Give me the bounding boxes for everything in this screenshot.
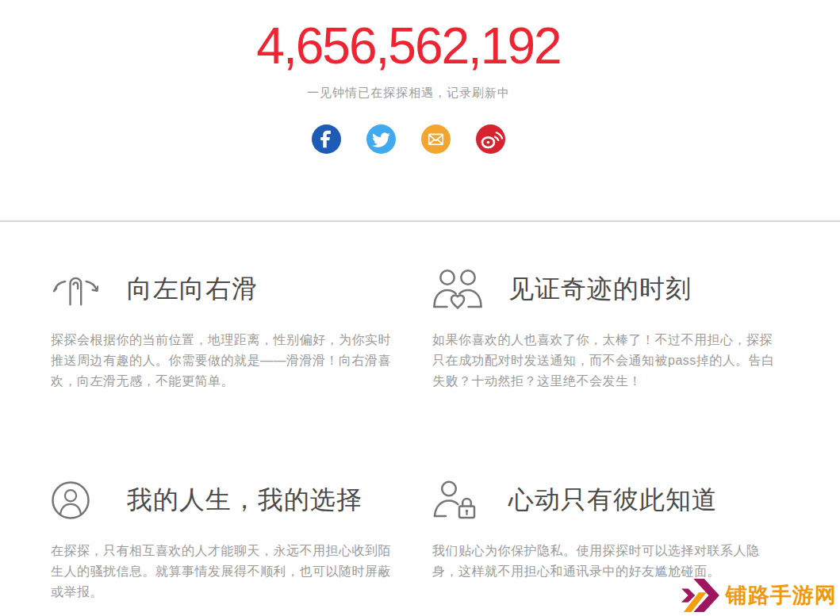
counter-subtitle: 一见钟情已在探探相遇，记录刷新中 (0, 86, 817, 101)
email-icon (421, 124, 451, 154)
features-grid: 向左向右滑 探探会根据你的当前位置，地理距离，性别偏好，为你实时推送周边有趣的人… (51, 222, 840, 603)
feature-title: 心动只有彼此知道 (508, 483, 718, 518)
watermark-site-name: 铺路手游网 (726, 581, 837, 610)
email-share-button[interactable] (421, 124, 451, 154)
weibo-icon (476, 124, 505, 154)
facebook-share-button[interactable] (312, 124, 341, 154)
profile-circle-icon (51, 480, 103, 520)
twitter-icon (366, 124, 396, 154)
twitter-share-button[interactable] (366, 124, 396, 154)
feature-match: 见证奇迹的时刻 如果你喜欢的人也喜欢了你，太棒了！不过不用担心，探探只在成功配对… (432, 268, 781, 392)
feature-title: 见证奇迹的时刻 (508, 272, 692, 307)
match-counter: 4,656,562,192 (0, 21, 817, 71)
feature-description: 探探会根据你的当前位置，地理距离，性别偏好，为你实时推送周边有趣的人。你需要做的… (51, 330, 397, 392)
hero-section: 4,656,562,192 一见钟情已在探探相遇，记录刷新中 (0, 0, 817, 154)
feature-swipe: 向左向右滑 探探会根据你的当前位置，地理距离，性别偏好，为你实时推送周边有趣的人… (51, 268, 397, 392)
couple-heart-icon (432, 269, 485, 310)
feature-choice: 我的人生，我的选择 在探探，只有相互喜欢的人才能聊天，永远不用担心收到陌生人的骚… (51, 479, 397, 603)
feature-description: 如果你喜欢的人也喜欢了你，太棒了！不过不用担心，探探只在成功配对时发送通知，而不… (432, 330, 781, 392)
feature-description: 在探探，只有相互喜欢的人才能聊天，永远不用担心收到陌生人的骚扰信息。就算事情发展… (51, 541, 397, 603)
social-share-row (0, 124, 817, 154)
weibo-share-button[interactable] (476, 124, 505, 154)
landing-page: 4,656,562,192 一见钟情已在探探相遇，记录刷新中 (0, 0, 840, 616)
swipe-gesture-icon (51, 273, 103, 306)
feature-description: 我们贴心为你保护隐私。使用探探时可以选择对联系人隐身，这样就不用担心和通讯录中的… (432, 541, 781, 582)
feature-title: 我的人生，我的选择 (127, 483, 362, 518)
site-watermark-link[interactable]: 铺路手游网 (677, 577, 837, 614)
chevron-arrows-logo-icon (677, 577, 722, 614)
privacy-lock-icon (432, 480, 485, 521)
feature-title: 向左向右滑 (127, 272, 258, 307)
facebook-icon (312, 124, 341, 154)
